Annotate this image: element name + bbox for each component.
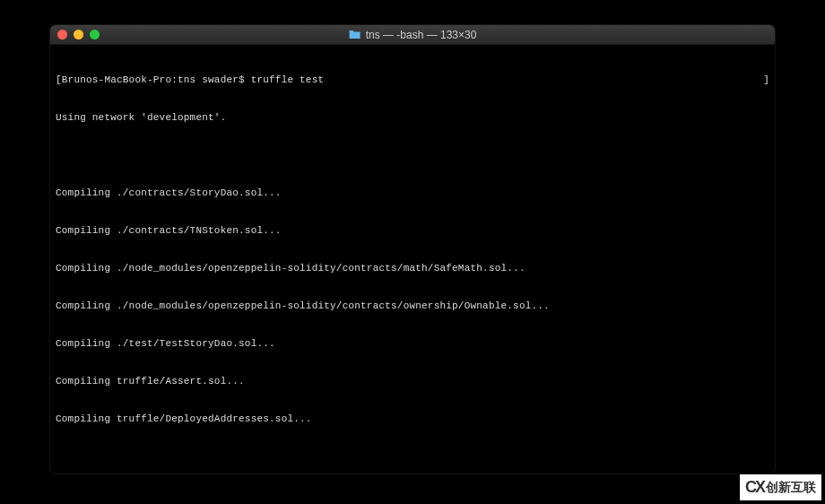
- terminal-window: tns — -bash — 133×30 [Brunos-MacBook-Pro…: [50, 25, 775, 474]
- output-line: Using network 'development'.: [56, 111, 769, 124]
- blank-line: [56, 450, 769, 463]
- blank-line: [56, 149, 769, 161]
- minimize-button[interactable]: [74, 30, 83, 39]
- bracket-close: ]: [763, 74, 769, 86]
- traffic-lights: [50, 30, 100, 39]
- titlebar[interactable]: tns — -bash — 133×30: [50, 25, 775, 45]
- output-line: Compiling ./node_modules/openzeppelin-so…: [56, 262, 769, 274]
- prompt-host: [Brunos-MacBook-Pro:tns swader$: [56, 74, 251, 85]
- prompt-line: [Brunos-MacBook-Pro:tns swader$ truffle …: [56, 74, 769, 86]
- output-line: Compiling ./test/TestStoryDao.sol...: [56, 337, 769, 350]
- watermark-logo: CX: [745, 478, 764, 497]
- watermark: CX 创新互联: [740, 474, 821, 500]
- maximize-button[interactable]: [90, 30, 100, 39]
- output-line: Compiling ./node_modules/openzeppelin-so…: [56, 300, 769, 312]
- output-line: Compiling ./contracts/TNStoken.sol...: [56, 224, 769, 237]
- output-line: Compiling ./contracts/StoryDao.sol...: [56, 187, 769, 199]
- output-line: Compiling truffle/Assert.sol...: [56, 375, 769, 387]
- output-line: Compiling truffle/DeployedAddresses.sol.…: [56, 413, 769, 425]
- command-text: truffle test: [251, 74, 325, 85]
- folder-icon: [349, 30, 361, 39]
- title-text: tns — -bash — 133×30: [366, 29, 477, 41]
- terminal-body[interactable]: [Brunos-MacBook-Pro:tns swader$ truffle …: [50, 45, 775, 474]
- window-title: tns — -bash — 133×30: [349, 29, 477, 41]
- watermark-text: 创新互联: [766, 480, 816, 496]
- close-button[interactable]: [57, 30, 67, 39]
